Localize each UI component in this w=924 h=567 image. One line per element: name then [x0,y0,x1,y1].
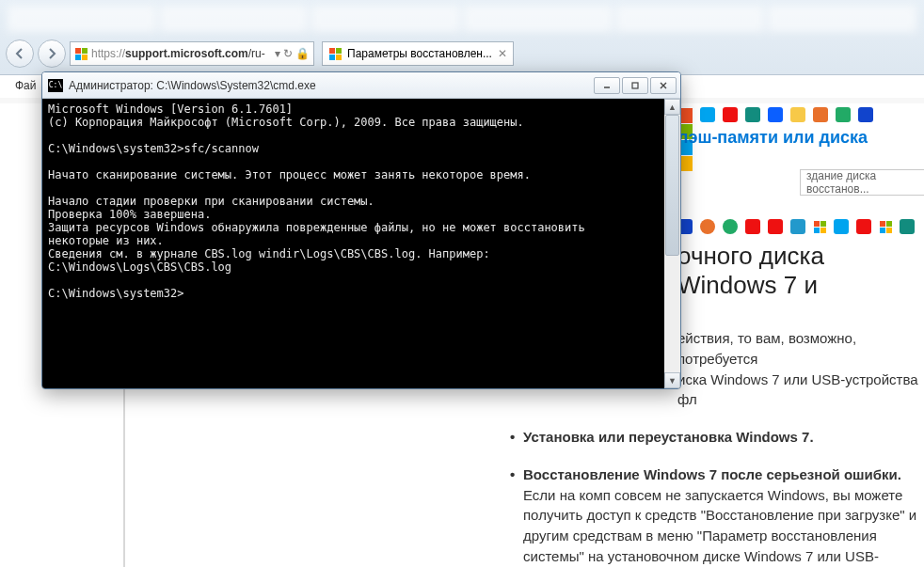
cmd-window[interactable]: C:\ Администратор: C:\Windows\System32\c… [41,71,681,389]
bing-icon[interactable] [768,107,783,122]
cmd-icon: C:\ [48,79,63,92]
svg-rect-1 [632,83,638,88]
tax-icon[interactable] [745,107,760,122]
cmd-titlebar[interactable]: C:\ Администратор: C:\Windows\System32\c… [42,72,680,99]
edge-icon[interactable] [700,107,715,122]
address-bar-controls: ▾ ↻ 🔒 [275,47,310,60]
page-search-input[interactable]: здание диска восстанов... ✕ [800,169,924,196]
close-button[interactable] [650,77,677,94]
misc-icon[interactable] [700,219,715,234]
dropdown-icon[interactable]: ▾ [275,47,280,60]
windows-logo-icon[interactable] [879,220,892,233]
scroll-up-button[interactable]: ▲ [664,99,680,115]
cmd-title: Администратор: C:\Windows\System32\cmd.e… [69,79,588,92]
misc-icon[interactable] [836,107,851,122]
misc-icon[interactable] [790,219,805,234]
list-item: Восстановление Windows 7 после серьезной… [510,465,924,567]
back-button[interactable] [6,39,34,68]
windows-logo-icon[interactable] [813,220,826,233]
forward-button[interactable] [38,39,66,68]
misc-icon[interactable] [723,219,738,234]
list-item: Установка или переустановка Windows 7. [510,427,924,448]
yandex-icon[interactable] [856,219,871,234]
scroll-down-button[interactable]: ▼ [664,372,680,388]
address-bar[interactable]: https://support.microsoft.com/ru- ▾ ↻ 🔒 [70,41,314,66]
url-text: https://support.microsoft.com/ru- [91,47,271,60]
window-buttons [594,77,677,94]
kaspersky-icon[interactable] [745,219,760,234]
blurred-tab-strip [0,0,924,38]
cmd-output[interactable]: Microsoft Windows [Version 6.1.7601] (c)… [42,99,664,388]
file-menu[interactable]: Фай [15,79,37,92]
windows-logo-icon [74,47,88,60]
minimize-button[interactable] [594,77,620,94]
misc-icon[interactable] [813,107,828,122]
refresh-icon[interactable]: ↻ [283,47,293,60]
search-text: здание диска восстанов... [806,169,924,196]
cmd-body: Microsoft Windows [Version 6.1.7601] (c)… [42,99,680,388]
lock-icon: 🔒 [295,47,310,60]
tab-active[interactable]: Параметры восстановлен... ✕ [322,41,514,66]
cmd-scrollbar[interactable]: ▲ ▼ [664,99,680,388]
maximize-button[interactable] [622,77,648,94]
browser-chrome: https://support.microsoft.com/ru- ▾ ↻ 🔒 … [0,0,924,75]
scroll-thumb[interactable] [665,115,679,256]
bullet-list: Установка или переустановка Windows 7. В… [495,427,924,567]
tab-strip: Параметры восстановлен... ✕ [322,41,514,66]
misc-icon[interactable] [858,107,873,122]
1c-icon[interactable] [790,107,805,122]
tax-icon[interactable] [900,219,915,234]
scroll-track[interactable] [664,115,680,372]
tab-close-icon[interactable]: ✕ [498,47,507,60]
kaspersky-icon[interactable] [768,219,783,234]
edge-icon[interactable] [834,219,849,234]
windows-logo-icon [328,47,342,60]
tab-label: Параметры восстановлен... [347,47,492,60]
nav-bar: https://support.microsoft.com/ru- ▾ ↻ 🔒 … [0,38,924,70]
yandex-icon[interactable] [723,107,738,122]
